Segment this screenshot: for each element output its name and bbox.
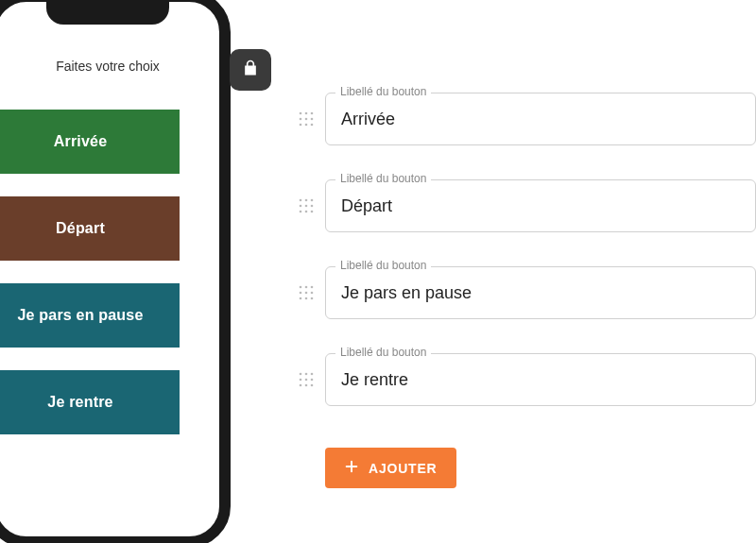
svg-point-19 xyxy=(305,286,308,289)
svg-point-34 xyxy=(305,384,308,387)
svg-point-25 xyxy=(305,297,308,300)
svg-point-2 xyxy=(311,112,314,115)
svg-point-9 xyxy=(300,199,302,202)
svg-point-3 xyxy=(300,118,302,121)
svg-point-22 xyxy=(305,292,308,295)
phone-button-rentre[interactable]: Je rentre xyxy=(0,370,180,434)
svg-point-29 xyxy=(311,373,314,376)
phone-button-label: Arrivée xyxy=(54,133,108,150)
fields-panel: Libellé du bouton Libellé du bouton Libe… xyxy=(299,93,756,488)
svg-point-35 xyxy=(311,384,314,387)
phone-button-list: Arrivée Départ Je pars en pause Je rentr… xyxy=(0,110,219,434)
svg-point-30 xyxy=(300,379,302,382)
svg-point-26 xyxy=(311,297,314,300)
phone-button-pause[interactable]: Je pars en pause xyxy=(0,283,180,348)
button-label-field[interactable]: Libellé du bouton xyxy=(325,179,756,232)
svg-point-12 xyxy=(300,205,302,208)
phone-button-depart[interactable]: Départ xyxy=(0,196,180,261)
svg-point-10 xyxy=(305,199,308,202)
phone-preview-frame: Faites votre choix Arrivée Départ Je par… xyxy=(0,0,231,543)
svg-point-5 xyxy=(311,118,314,121)
svg-point-6 xyxy=(300,124,302,127)
field-legend: Libellé du bouton xyxy=(335,172,431,185)
svg-point-11 xyxy=(311,199,314,202)
button-label-input[interactable] xyxy=(341,370,740,390)
svg-point-16 xyxy=(305,211,308,213)
field-row: Libellé du bouton xyxy=(299,93,756,145)
svg-point-0 xyxy=(300,112,302,115)
drag-handle-icon[interactable] xyxy=(299,285,314,300)
field-legend: Libellé du bouton xyxy=(335,85,431,98)
lock-icon xyxy=(241,59,260,81)
field-row: Libellé du bouton xyxy=(299,353,756,406)
svg-point-21 xyxy=(300,292,302,295)
svg-point-28 xyxy=(305,373,308,376)
svg-point-20 xyxy=(311,286,314,289)
lock-badge[interactable] xyxy=(230,49,271,91)
drag-handle-icon[interactable] xyxy=(299,372,314,387)
drag-handle-icon[interactable] xyxy=(299,198,314,213)
svg-point-1 xyxy=(305,112,308,115)
field-legend: Libellé du bouton xyxy=(335,346,431,359)
field-row: Libellé du bouton xyxy=(299,179,756,232)
drag-handle-icon[interactable] xyxy=(299,111,314,127)
plus-icon xyxy=(344,459,359,477)
svg-point-17 xyxy=(311,211,314,213)
phone-button-label: Je pars en pause xyxy=(17,307,143,324)
phone-button-arrivee[interactable]: Arrivée xyxy=(0,110,180,174)
svg-point-18 xyxy=(300,286,302,289)
field-legend: Libellé du bouton xyxy=(335,259,431,272)
svg-point-13 xyxy=(305,205,308,208)
svg-point-7 xyxy=(305,124,308,127)
phone-title: Faites votre choix xyxy=(0,59,219,74)
button-label-field[interactable]: Libellé du bouton xyxy=(325,93,756,145)
svg-point-14 xyxy=(311,205,314,208)
svg-point-24 xyxy=(300,297,302,300)
svg-point-4 xyxy=(305,118,308,121)
button-label-input[interactable] xyxy=(341,110,740,129)
phone-button-label: Départ xyxy=(56,220,105,237)
add-button[interactable]: AJOUTER xyxy=(325,448,456,488)
svg-point-27 xyxy=(300,373,302,376)
svg-point-8 xyxy=(311,124,314,127)
phone-button-label: Je rentre xyxy=(47,394,112,411)
button-label-input[interactable] xyxy=(341,283,740,303)
button-label-field[interactable]: Libellé du bouton xyxy=(325,266,756,319)
field-row: Libellé du bouton xyxy=(299,266,756,319)
svg-point-23 xyxy=(311,292,314,295)
button-label-input[interactable] xyxy=(341,196,740,216)
phone-notch xyxy=(46,0,169,25)
svg-point-32 xyxy=(311,379,314,382)
add-button-label: AJOUTER xyxy=(369,461,438,476)
button-label-field[interactable]: Libellé du bouton xyxy=(325,353,756,406)
svg-point-33 xyxy=(300,384,302,387)
svg-point-31 xyxy=(305,379,308,382)
svg-point-15 xyxy=(300,211,302,213)
